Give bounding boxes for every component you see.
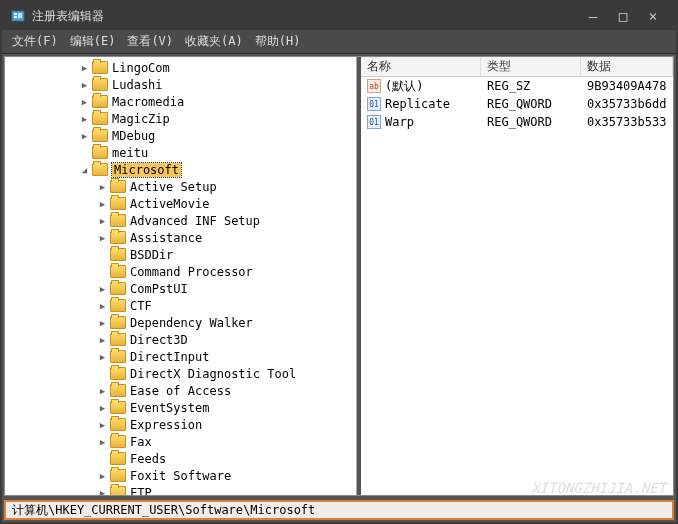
folder-icon xyxy=(92,61,108,74)
tree-item[interactable]: ▶EventSystem xyxy=(5,399,356,416)
folder-icon xyxy=(92,78,108,91)
tree-item-label: BSDDir xyxy=(130,248,173,262)
tree-item[interactable]: ▶LingoCom xyxy=(5,59,356,76)
minimize-button[interactable]: — xyxy=(578,8,608,24)
collapse-icon[interactable]: ◢ xyxy=(79,164,90,175)
tree-item-label: ComPstUI xyxy=(130,282,188,296)
tree-item[interactable]: ▶CTF xyxy=(5,297,356,314)
folder-icon xyxy=(92,112,108,125)
expand-icon[interactable]: ▶ xyxy=(97,283,108,294)
folder-icon xyxy=(110,231,126,244)
folder-icon xyxy=(92,146,108,159)
app-icon xyxy=(10,8,26,24)
grid-header: 名称 类型 数据 xyxy=(361,57,673,77)
tree-item[interactable]: ▶DirectInput xyxy=(5,348,356,365)
folder-icon xyxy=(110,282,126,295)
tree-pane[interactable]: ▶LingoCom▶Ludashi▶Macromedia▶MagicZip▶MD… xyxy=(5,57,357,495)
tree-item[interactable]: ▶Macromedia xyxy=(5,93,356,110)
expand-icon[interactable]: ▶ xyxy=(97,181,108,192)
tree-item[interactable]: ▶Ludashi xyxy=(5,76,356,93)
expand-icon[interactable]: ▶ xyxy=(79,96,90,107)
tree-item-label: FTP xyxy=(130,486,152,496)
folder-icon xyxy=(110,486,126,495)
statusbar: 计算机\HKEY_CURRENT_USER\Software\Microsoft xyxy=(4,500,674,520)
tree-item[interactable]: ▶Assistance xyxy=(5,229,356,246)
tree-item[interactable]: ▶Direct3D xyxy=(5,331,356,348)
expand-icon[interactable]: ▶ xyxy=(97,402,108,413)
folder-icon xyxy=(110,469,126,482)
tree-item[interactable]: Feeds xyxy=(5,450,356,467)
tree-item[interactable]: ◢Microsoft xyxy=(5,161,356,178)
folder-icon xyxy=(110,265,126,278)
menu-help[interactable]: 帮助(H) xyxy=(249,31,307,52)
no-expand-icon xyxy=(97,266,108,277)
expand-icon[interactable]: ▶ xyxy=(79,130,90,141)
tree-item[interactable]: ▶Expression xyxy=(5,416,356,433)
expand-icon[interactable]: ▶ xyxy=(97,198,108,209)
tree-item-label: Active Setup xyxy=(130,180,217,194)
tree-item[interactable]: meitu xyxy=(5,144,356,161)
folder-icon xyxy=(110,401,126,414)
tree-item[interactable]: ▶Fax xyxy=(5,433,356,450)
value-row[interactable]: ab(默认)REG_SZ9B93409A478 xyxy=(361,77,673,95)
titlebar[interactable]: 注册表编辑器 — □ × xyxy=(2,2,676,30)
menu-file[interactable]: 文件(F) xyxy=(6,31,64,52)
expand-icon[interactable]: ▶ xyxy=(97,487,108,495)
expand-icon[interactable]: ▶ xyxy=(97,232,108,243)
tree-item[interactable]: ▶Advanced INF Setup xyxy=(5,212,356,229)
content-area: ▶LingoCom▶Ludashi▶Macromedia▶MagicZip▶MD… xyxy=(4,56,674,496)
tree-item[interactable]: ▶Foxit Software xyxy=(5,467,356,484)
col-header-data[interactable]: 数据 xyxy=(581,57,673,77)
tree-item[interactable]: ▶Ease of Access xyxy=(5,382,356,399)
tree-item-label: DirectX Diagnostic Tool xyxy=(130,367,296,381)
value-row[interactable]: 01ReplicateREG_QWORD0x35733b6dd xyxy=(361,95,673,113)
menu-edit[interactable]: 编辑(E) xyxy=(64,31,122,52)
expand-icon[interactable]: ▶ xyxy=(97,419,108,430)
expand-icon[interactable]: ▶ xyxy=(79,79,90,90)
tree-item-label: Fax xyxy=(130,435,152,449)
close-button[interactable]: × xyxy=(638,8,668,24)
folder-icon xyxy=(110,452,126,465)
tree-item[interactable]: ▶MagicZip xyxy=(5,110,356,127)
tree-item[interactable]: Command Processor xyxy=(5,263,356,280)
expand-icon[interactable]: ▶ xyxy=(97,351,108,362)
tree-item[interactable]: ▶ActiveMovie xyxy=(5,195,356,212)
value-name: (默认) xyxy=(385,79,423,93)
tree-item[interactable]: ▶Active Setup xyxy=(5,178,356,195)
registry-tree: ▶LingoCom▶Ludashi▶Macromedia▶MagicZip▶MD… xyxy=(5,57,356,495)
values-pane[interactable]: 名称 类型 数据 ab(默认)REG_SZ9B93409A47801Replic… xyxy=(361,57,673,495)
expand-icon[interactable]: ▶ xyxy=(79,62,90,73)
col-header-type[interactable]: 类型 xyxy=(481,57,581,77)
folder-icon xyxy=(110,333,126,346)
value-type: REG_QWORD xyxy=(481,114,581,130)
expand-icon[interactable]: ▶ xyxy=(97,470,108,481)
maximize-button[interactable]: □ xyxy=(608,8,638,24)
folder-icon xyxy=(110,299,126,312)
tree-item[interactable]: ▶MDebug xyxy=(5,127,356,144)
menu-view[interactable]: 查看(V) xyxy=(121,31,179,52)
tree-item[interactable]: ▶Dependency Walker xyxy=(5,314,356,331)
tree-item-label: Dependency Walker xyxy=(130,316,253,330)
value-type: REG_SZ xyxy=(481,78,581,94)
tree-item[interactable]: BSDDir xyxy=(5,246,356,263)
tree-item[interactable]: ▶FTP xyxy=(5,484,356,495)
value-row[interactable]: 01WarpREG_QWORD0x35733b533 xyxy=(361,113,673,131)
tree-item[interactable]: ▶ComPstUI xyxy=(5,280,356,297)
svg-rect-1 xyxy=(14,13,17,15)
expand-icon[interactable]: ▶ xyxy=(97,385,108,396)
expand-icon[interactable]: ▶ xyxy=(97,215,108,226)
svg-rect-2 xyxy=(14,16,17,18)
folder-icon xyxy=(110,418,126,431)
value-type: REG_QWORD xyxy=(481,96,581,112)
expand-icon[interactable]: ▶ xyxy=(97,334,108,345)
tree-item[interactable]: DirectX Diagnostic Tool xyxy=(5,365,356,382)
folder-icon xyxy=(110,316,126,329)
col-header-name[interactable]: 名称 xyxy=(361,57,481,77)
tree-item-label: Advanced INF Setup xyxy=(130,214,260,228)
expand-icon[interactable]: ▶ xyxy=(97,436,108,447)
expand-icon[interactable]: ▶ xyxy=(79,113,90,124)
expand-icon[interactable]: ▶ xyxy=(97,317,108,328)
expand-icon[interactable]: ▶ xyxy=(97,300,108,311)
menubar: 文件(F) 编辑(E) 查看(V) 收藏夹(A) 帮助(H) xyxy=(2,30,676,54)
menu-favorites[interactable]: 收藏夹(A) xyxy=(179,31,249,52)
